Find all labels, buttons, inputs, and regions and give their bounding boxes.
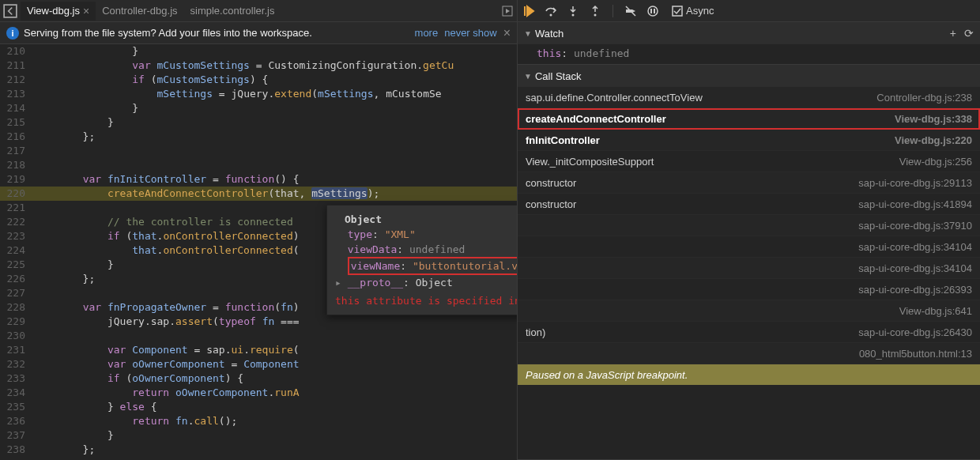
- code-editor[interactable]: Object type: "XML" viewData: undefined v…: [0, 44, 517, 460]
- code-line[interactable]: 230: [0, 329, 517, 343]
- run-snippet-icon[interactable]: [501, 5, 514, 17]
- step-out-icon[interactable]: [589, 5, 601, 17]
- code-line[interactable]: 210 }: [0, 44, 517, 58]
- refresh-icon[interactable]: ⟳: [964, 27, 974, 40]
- deactivate-breakpoints-icon[interactable]: [624, 5, 637, 17]
- pause-exceptions-icon[interactable]: [646, 5, 659, 17]
- callstack-frame[interactable]: 080_html5button.html:13: [518, 343, 980, 364]
- async-label: Async: [686, 5, 714, 17]
- close-icon[interactable]: ×: [83, 5, 89, 17]
- callstack-frame[interactable]: sap.ui.define.Controller.connectToViewCo…: [518, 87, 980, 108]
- callstack-frame[interactable]: tion)sap-ui-core-dbg.js:26430: [518, 322, 980, 343]
- watch-entry[interactable]: this: undefined: [518, 44, 980, 64]
- code-line[interactable]: 238 };: [0, 443, 517, 457]
- editor-tabs: View-dbg.js × Controller-dbg.js simple.c…: [0, 0, 517, 22]
- svg-rect-0: [4, 5, 17, 17]
- tooltip-property[interactable]: ▸ __proto__: Object: [335, 275, 517, 290]
- callstack-frame[interactable]: sap-ui-core-dbg.js:26393: [518, 279, 980, 300]
- collapse-icon: ▼: [524, 72, 532, 81]
- code-line[interactable]: 234 return oOwnerComponent.runA: [0, 386, 517, 400]
- add-watch-icon[interactable]: +: [950, 27, 956, 40]
- svg-point-2: [550, 13, 552, 16]
- callstack-header[interactable]: ▼ Call Stack: [518, 65, 980, 87]
- callstack-frame[interactable]: sap-ui-core-dbg.js:34104: [518, 258, 980, 279]
- callstack-frame[interactable]: sap-ui-core-dbg.js:34104: [518, 236, 980, 258]
- svg-rect-7: [654, 9, 655, 13]
- resume-icon[interactable]: [522, 5, 535, 17]
- step-into-icon[interactable]: [567, 5, 579, 17]
- callstack-title: Call Stack: [535, 70, 582, 82]
- info-more-link[interactable]: more: [415, 27, 439, 39]
- watch-title: Watch: [535, 28, 564, 40]
- svg-rect-6: [650, 9, 652, 13]
- code-line[interactable]: 232 var oOwnerComponent = Component: [0, 357, 517, 371]
- svg-point-4: [594, 13, 597, 16]
- code-line[interactable]: 215 }: [0, 115, 517, 130]
- code-line[interactable]: 235 } else {: [0, 400, 517, 414]
- code-line[interactable]: 220 createAndConnectController(that, mSe…: [0, 187, 517, 201]
- code-line[interactable]: 233 if (oOwnerComponent) {: [0, 371, 517, 386]
- code-line[interactable]: 217: [0, 144, 517, 158]
- tab-label: View-dbg.js: [27, 5, 80, 17]
- collapse-icon: ▼: [524, 29, 532, 38]
- watch-panel: ▼ Watch + ⟳ this: undefined: [518, 22, 980, 65]
- step-over-icon[interactable]: [545, 5, 557, 17]
- code-line[interactable]: 211 var mCustomSettings = CustomizingCon…: [0, 58, 517, 73]
- code-line[interactable]: 214 }: [0, 101, 517, 115]
- code-line[interactable]: 212 if (mCustomSettings) {: [0, 73, 517, 87]
- code-line[interactable]: 218: [0, 158, 517, 172]
- code-line[interactable]: 231 var Component = sap.ui.require(: [0, 343, 517, 357]
- tab-controller-dbg[interactable]: Controller-dbg.js: [96, 2, 183, 20]
- callstack-frame[interactable]: View._initCompositeSupportView-dbg.js:25…: [518, 151, 980, 172]
- callstack-panel: ▼ Call Stack sap.ui.define.Controller.co…: [518, 65, 980, 460]
- tab-label: Controller-dbg.js: [102, 5, 177, 17]
- code-line[interactable]: 213 mSettings = jQuery.extend(mSettings,…: [0, 87, 517, 101]
- callstack-frame[interactable]: View-dbg.js:641: [518, 300, 980, 322]
- tooltip-annotation: this attribute is specified in xml view: [335, 293, 517, 308]
- info-bar: i Serving from the file system? Add your…: [0, 22, 517, 44]
- tooltip-property[interactable]: type: "XML": [335, 227, 517, 242]
- callstack-frame[interactable]: constructorsap-ui-core-dbg.js:41894: [518, 194, 980, 215]
- async-checkbox[interactable]: Async: [672, 5, 714, 17]
- watch-header[interactable]: ▼ Watch + ⟳: [518, 22, 980, 44]
- code-line[interactable]: 216 };: [0, 130, 517, 144]
- tooltip-title: Object: [345, 212, 517, 227]
- callstack-frame[interactable]: constructorsap-ui-core-dbg.js:29113: [518, 172, 980, 194]
- callstack-frame[interactable]: sap-ui-core-dbg.js:37910: [518, 215, 980, 236]
- callstack-frame[interactable]: fnInitControllerView-dbg.js:220: [518, 130, 980, 151]
- svg-rect-8: [673, 6, 682, 16]
- tooltip-property[interactable]: viewData: undefined: [335, 242, 517, 257]
- pause-message: Paused on a JavaScript breakpoint.: [518, 364, 980, 385]
- code-line[interactable]: 236 return fn.call();: [0, 414, 517, 428]
- code-line[interactable]: 237 }: [0, 428, 517, 443]
- value-tooltip: Object type: "XML" viewData: undefined v…: [326, 205, 517, 315]
- info-never-link[interactable]: never show: [444, 27, 496, 39]
- tab-label: simple.controller.js: [190, 5, 275, 17]
- close-icon[interactable]: ×: [503, 26, 511, 40]
- info-icon: i: [6, 27, 19, 40]
- code-line[interactable]: 229 jQuery.sap.assert(typeof fn ===: [0, 315, 517, 329]
- tab-view-dbg[interactable]: View-dbg.js ×: [21, 2, 96, 21]
- debug-toolbar: Async: [518, 0, 980, 22]
- info-text: Serving from the file system? Add your f…: [24, 27, 312, 39]
- tooltip-property[interactable]: viewName: "buttontutorial.view.simple": [335, 257, 517, 275]
- svg-point-3: [572, 13, 575, 16]
- file-nav-icon[interactable]: [3, 4, 17, 18]
- code-line[interactable]: 219 var fnInitController = function() {: [0, 172, 517, 187]
- svg-point-5: [648, 6, 658, 16]
- tab-simple-controller[interactable]: simple.controller.js: [184, 2, 281, 20]
- callstack-frame[interactable]: createAndConnectControllerView-dbg.js:33…: [518, 108, 980, 130]
